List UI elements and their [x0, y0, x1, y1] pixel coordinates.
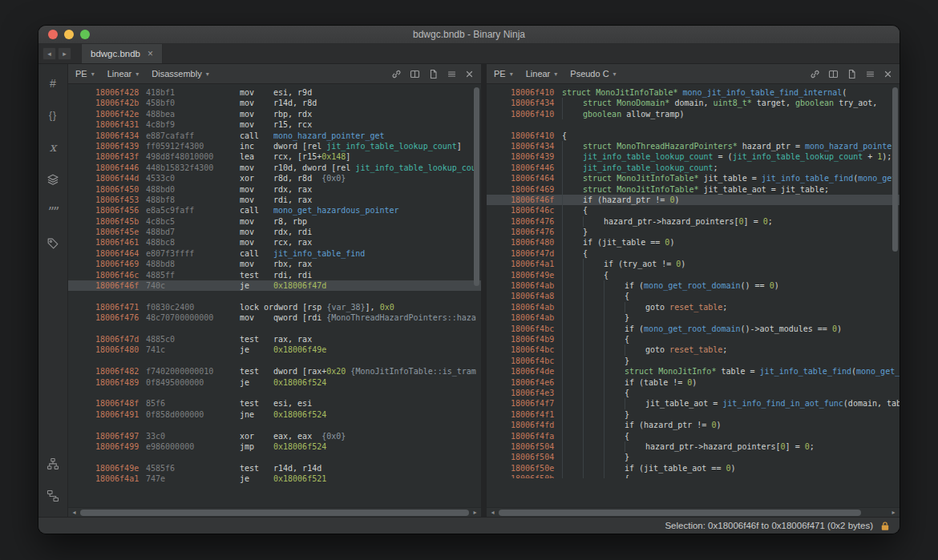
layout-menu[interactable]: Linear▾: [526, 69, 558, 79]
disassembly-line[interactable]: 18006f4910f858d000000jne0x18006f524: [68, 409, 481, 420]
disassembly-line[interactable]: 18006f49e4585f6testr14d, r14d: [68, 463, 481, 473]
pseudo-c-line[interactable]: 18006f47d{: [487, 248, 900, 259]
pseudo-c-line[interactable]: 18006f4bcgoto reset_table;: [487, 344, 900, 355]
scroll-left-arrow[interactable]: ◂: [488, 508, 497, 518]
split-view-icon[interactable]: [410, 69, 420, 79]
sidebar-item-strings[interactable]: ””: [38, 195, 67, 228]
pseudo-c-line[interactable]: 18006f4destruct MonoJitInfo* table = jit…: [487, 366, 900, 377]
lock-icon[interactable]: [880, 521, 890, 531]
disassembly-line[interactable]: 18006f439ff05912f4300incdword [rel jit_i…: [68, 141, 481, 151]
disassembly-line[interactable]: 18006f480741cje0x18006f49e: [68, 344, 481, 355]
pseudo-c-line[interactable]: 18006f434struct MonoThreadHazardPointers…: [487, 141, 900, 151]
titlebar[interactable]: bdwgc.bndb - Binary Ninja: [38, 26, 900, 44]
sidebar-item-variables[interactable]: x: [38, 131, 67, 163]
forward-button[interactable]: ▸: [58, 47, 71, 60]
disassembly-line[interactable]: 18006f45e488bd7movrdx, rdi: [68, 227, 481, 237]
disassembly-line[interactable]: 18006f4314c8bf9movr15, rcx: [68, 119, 481, 130]
binary-view-menu[interactable]: PE▾: [494, 69, 513, 79]
disassembly-line[interactable]: 18006f464e807f3ffffcalljit_info_table_fi…: [68, 248, 481, 259]
file-icon[interactable]: [428, 69, 439, 79]
scrollbar-thumb[interactable]: [80, 510, 469, 516]
disassembly-line[interactable]: 18006f46f740cje0x18006f47d: [68, 280, 481, 291]
close-pane-icon[interactable]: [883, 70, 892, 79]
scrollbar-thumb[interactable]: [499, 510, 861, 516]
pseudo-c-line[interactable]: 18006f434struct MonoDomain* domain, uint…: [487, 98, 900, 108]
disassembly-line[interactable]: 18006f428418bf1movesi, r9d: [68, 87, 481, 98]
disassembly-horizontal-scrollbar[interactable]: ◂ ▸: [68, 507, 481, 517]
disassembly-line[interactable]: 18006f471f0830c2400lock ordword [rsp {va…: [68, 302, 481, 312]
pseudo-c-line[interactable]: 18006f4abif (mono_get_root_domain() == 0…: [487, 280, 900, 291]
disassembly-vertical-scrollbar[interactable]: [473, 86, 480, 506]
pseudo-c-line[interactable]: 18006f4ab}: [487, 312, 900, 323]
scroll-right-arrow[interactable]: ▸: [889, 508, 898, 518]
disassembly-view[interactable]: 18006f428418bf1movesi, r9d18006f42b458bf…: [68, 84, 481, 517]
pseudo-c-line[interactable]: 18006f50eif (jit_table_aot == 0): [487, 463, 900, 473]
pseudo-c-horizontal-scrollbar[interactable]: ◂ ▸: [487, 507, 900, 517]
disassembly-line[interactable]: 18006f446448b15832f4300movr10d, dword [r…: [68, 163, 481, 173]
sidebar-item-mini-graph[interactable]: [38, 480, 67, 512]
pseudo-c-line[interactable]: 18006f410gboolean allow_tramp): [487, 109, 900, 119]
close-pane-icon[interactable]: [465, 70, 474, 79]
minimize-window-button[interactable]: [64, 30, 74, 39]
pseudo-c-line[interactable]: 18006f4bcif (mono_get_root_domain()->aot…: [487, 324, 900, 334]
pseudo-c-line[interactable]: 18006f4fa{: [487, 431, 900, 441]
disassembly-line[interactable]: 18006f49733c0xoreax, eax {0x0}: [68, 431, 481, 441]
pseudo-c-line[interactable]: 18006f476}: [487, 227, 900, 237]
pseudo-c-line[interactable]: 18006f464struct MonoJitInfoTable* jit_ta…: [487, 173, 900, 183]
pseudo-c-line[interactable]: 18006f4a8{: [487, 291, 900, 301]
disassembly-line[interactable]: 18006f469488bd8movrbx, rax: [68, 259, 481, 269]
close-window-button[interactable]: [48, 30, 58, 39]
pseudo-c-line[interactable]: 18006f476hazard_ptr->hazard_pointers[0] …: [487, 216, 900, 227]
disassembly-line[interactable]: 18006f47648c70700000000movqword [rdi {Mo…: [68, 312, 481, 323]
pseudo-c-line[interactable]: 18006f469struct MonoJitInfoTable* jit_ta…: [487, 184, 900, 195]
pseudo-c-line[interactable]: 18006f49e{: [487, 270, 900, 280]
disassembly-line[interactable]: 18006f47d4885c0testrax, rax: [68, 334, 481, 344]
pseudo-c-view[interactable]: 18006f410struct MonoJitInfoTable* mono_j…: [487, 84, 900, 517]
menu-icon[interactable]: [447, 69, 457, 79]
back-button[interactable]: ◂: [42, 47, 56, 60]
disassembly-line[interactable]: 18006f499e986000000jmp0x18006f524: [68, 441, 481, 452]
pseudo-c-line[interactable]: 18006f410struct MonoJitInfoTable* mono_j…: [487, 87, 900, 98]
zoom-window-button[interactable]: [80, 30, 90, 39]
pseudo-c-vertical-scrollbar[interactable]: [892, 86, 899, 506]
disassembly-line[interactable]: 18006f43f498d8f48010000learcx, [r15+0x14…: [68, 151, 481, 162]
sidebar-item-tags[interactable]: [38, 228, 67, 260]
sync-link-icon[interactable]: [391, 69, 402, 79]
sidebar-item-stack[interactable]: [38, 163, 67, 195]
sidebar-item-types[interactable]: {}: [38, 99, 67, 131]
sidebar-item-outline[interactable]: [38, 448, 67, 480]
pseudo-c-line[interactable]: 18006f4f7jit_table_aot = jit_info_find_i…: [487, 398, 900, 409]
pseudo-c-line[interactable]: 18006f4e6if (table != 0): [487, 377, 900, 388]
sync-link-icon[interactable]: [810, 69, 820, 79]
disassembly-line[interactable]: 18006f45b4c8bc5movr8, rbp: [68, 216, 481, 227]
layout-menu[interactable]: Linear▾: [107, 69, 139, 79]
disassembly-line[interactable]: 18006f46c4885fftestrdi, rdi: [68, 270, 481, 280]
binary-view-menu[interactable]: PE▾: [75, 69, 95, 79]
scrollbar-track[interactable]: [79, 510, 470, 516]
pseudo-c-line[interactable]: 18006f4b9{: [487, 334, 900, 344]
pseudo-c-line[interactable]: 18006f504}: [487, 452, 900, 462]
pseudo-c-line[interactable]: 18006f4f1}: [487, 409, 900, 420]
disassembly-line[interactable]: 18006f434e887cafaffcallmono_hazard_point…: [68, 131, 481, 141]
tab-close-icon[interactable]: ×: [148, 48, 153, 59]
disassembly-line[interactable]: 18006f450488bd0movrdx, rax: [68, 184, 481, 195]
pseudo-c-line[interactable]: 18006f46c{: [487, 205, 900, 216]
scroll-left-arrow[interactable]: ◂: [70, 508, 79, 518]
pseudo-c-line[interactable]: 18006f4abgoto reset_table;: [487, 302, 900, 312]
pseudo-c-line[interactable]: 18006f4e3{: [487, 388, 900, 398]
scrollbar-track[interactable]: [498, 510, 888, 516]
pseudo-c-line[interactable]: 18006f4bc}: [487, 356, 900, 366]
pseudo-c-line[interactable]: 18006f46fif (hazard_ptr != 0): [487, 195, 900, 205]
disassembly-line[interactable]: 18006f4a1747eje0x18006f521: [68, 473, 481, 484]
pseudo-c-line[interactable]: 18006f504hazard_ptr->hazard_pointers[0] …: [487, 441, 900, 452]
disassembly-line[interactable]: 18006f4890f8495000000je0x18006f524: [68, 377, 481, 388]
disassembly-line[interactable]: 18006f48f85f6testesi, esi: [68, 398, 481, 409]
pseudo-c-line[interactable]: 18006f439jit_info_table_lookup_count = (…: [487, 151, 900, 162]
pseudo-c-line[interactable]: 18006f410{: [487, 131, 900, 141]
menu-icon[interactable]: [865, 69, 875, 79]
disassembly-line[interactable]: 18006f456e8a5c9faffcallmono_get_hazardou…: [68, 205, 481, 216]
scrollbar-thumb[interactable]: [892, 87, 898, 252]
split-view-icon[interactable]: [828, 69, 839, 79]
disassembly-line[interactable]: 18006f453488bf8movrdi, rax: [68, 195, 481, 205]
pseudo-c-line[interactable]: 18006f4fdif (hazard_ptr != 0): [487, 420, 900, 430]
